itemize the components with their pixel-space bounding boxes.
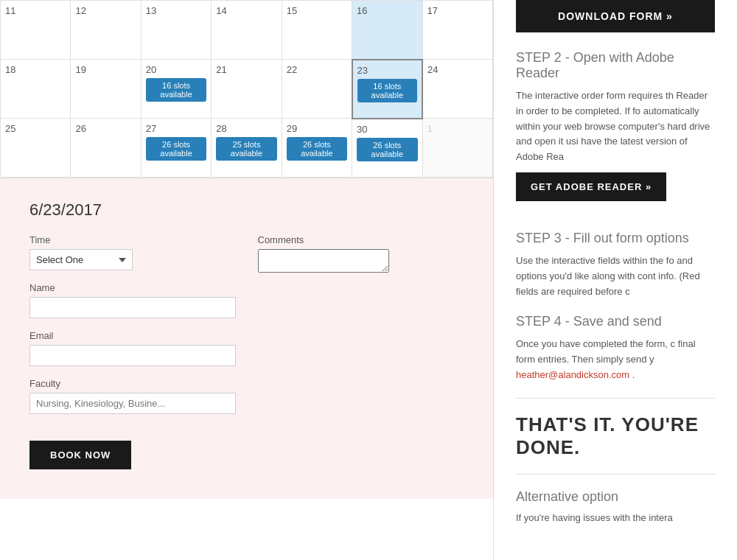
thats-it-text: THAT'S IT. YOU'RE DONE. [516,413,715,459]
form-left: Time Select One9:00 AM10:00 AM11:00 AM1:… [29,234,236,469]
left-column: 1112131415161718192016 slots available21… [0,0,494,560]
book-now-button[interactable]: BOOK NOW [29,441,131,469]
day-number: 22 [287,64,297,75]
alt-option-text: If you're having issues with the intera [516,511,715,526]
email-link[interactable]: heather@alandickson.com [516,369,629,380]
calendar-day: 24 [422,60,492,119]
step2-text: The interactive order form requires th R… [516,88,715,165]
email-label: Email [29,330,236,341]
calendar-day: 25 [1,119,71,178]
day-number: 29 [287,123,297,134]
faculty-group: Faculty [29,378,236,414]
faculty-input[interactable] [29,393,236,414]
booking-date: 6/23/2017 [29,200,464,220]
calendar-day: 14 [212,1,282,60]
calendar-day: 16 [352,1,422,60]
calendar-day: 13 [141,1,211,60]
day-number: 21 [216,64,226,75]
calendar-day: 12 [71,1,141,60]
calendar-day[interactable]: 2016 slots available [141,60,211,119]
comments-textarea[interactable] [258,249,389,273]
slot-button[interactable]: 26 slots available [287,137,347,161]
slot-button[interactable]: 26 slots available [146,137,206,161]
step2-title: STEP 2 - Open with Adobe Reader [516,50,715,81]
day-number: 11 [5,5,15,16]
day-number: 20 [146,64,156,75]
step3-title: STEP 3 - Fill out form options [516,231,715,246]
right-column: DOWNLOAD FORM » STEP 2 - Open with Adobe… [494,0,737,560]
form-right: Comments [258,234,464,275]
calendar-day: 1 [422,119,492,178]
day-number: 24 [427,64,438,75]
calendar-day: 19 [71,60,141,119]
day-number: 16 [357,5,367,16]
comments-label: Comments [258,234,464,245]
email-group: Email [29,330,236,366]
calendar-day[interactable]: 3026 slots available [352,119,422,178]
divider-top [516,398,715,399]
slot-button[interactable]: 25 slots available [216,137,276,161]
calendar-day: 26 [71,119,141,178]
get-adobe-reader-button[interactable]: GET ADOBE READER » [516,172,666,201]
step4-title: STEP 4 - Save and send [516,314,715,329]
day-number: 23 [357,65,368,76]
calendar-day[interactable]: 2926 slots available [282,119,352,178]
step4-text1: Once you have completed the form, c fina… [516,338,696,365]
slot-button[interactable]: 26 slots available [357,138,417,161]
alt-option-title: Alternative option [516,489,715,505]
day-number: 18 [5,64,15,75]
day-number: 26 [75,123,85,134]
calendar-day: 11 [1,1,71,60]
day-number: 12 [75,5,85,16]
calendar-day: 18 [1,60,71,119]
day-number: 28 [216,123,226,134]
calendar-day: 15 [282,1,352,60]
name-group: Name [29,282,236,318]
day-number: 19 [75,64,85,75]
time-label: Time [29,234,236,245]
name-input[interactable] [29,297,236,318]
step4-text: Once you have completed the form, c fina… [516,337,715,382]
day-number: 25 [5,123,15,134]
calendar-day: 17 [422,1,492,60]
time-select[interactable]: Select One9:00 AM10:00 AM11:00 AM1:00 PM… [29,249,133,270]
day-number: 30 [357,124,367,135]
calendar-day: 22 [282,60,352,119]
calendar-day[interactable]: 2726 slots available [141,119,211,178]
day-number: 1 [427,123,433,134]
calendar-section: 1112131415161718192016 slots available21… [0,0,493,178]
day-number: 17 [427,5,438,16]
day-number: 14 [216,5,226,16]
day-number: 27 [146,123,156,134]
name-label: Name [29,282,236,293]
download-form-button[interactable]: DOWNLOAD FORM » [516,0,715,32]
calendar-day[interactable]: 2825 slots available [212,119,282,178]
time-group: Time Select One9:00 AM10:00 AM11:00 AM1:… [29,234,236,270]
calendar-day: 21 [212,60,282,119]
slot-button[interactable]: 16 slots available [357,79,417,102]
booking-form: 6/23/2017 Time Select One9:00 AM10:00 AM… [0,178,493,499]
slot-button[interactable]: 16 slots available [146,78,206,102]
calendar-grid: 1112131415161718192016 slots available21… [0,0,493,178]
calendar-day[interactable]: 2316 slots available [352,60,422,119]
divider-bottom [516,474,715,475]
step3-text: Use the interactive fields within the fo… [516,253,715,299]
faculty-label: Faculty [29,378,236,389]
day-number: 15 [287,5,297,16]
day-number: 13 [146,5,156,16]
email-input[interactable] [29,345,236,366]
step4-text2: . [632,369,635,380]
